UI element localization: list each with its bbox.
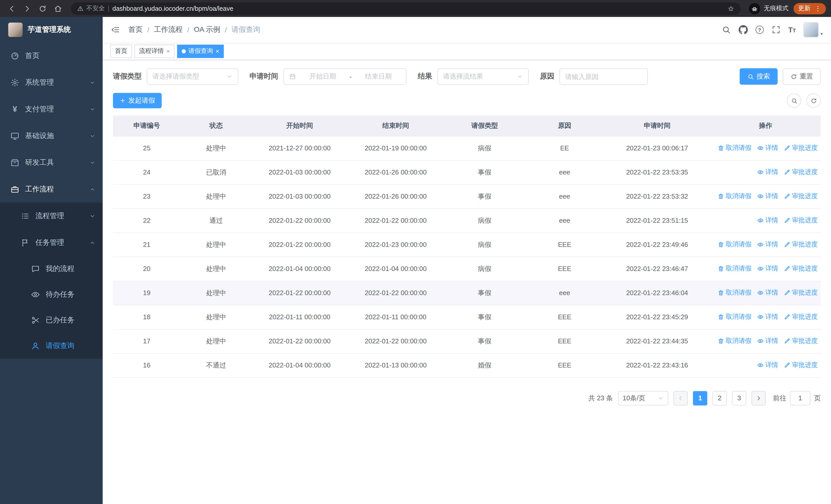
cancel-leave-link[interactable]: 取消请假 bbox=[718, 240, 751, 249]
refresh-table-button[interactable] bbox=[806, 93, 821, 108]
cancel-leave-link[interactable]: 取消请假 bbox=[718, 312, 751, 321]
cell-start-time: 2022-01-22 00:00:00 bbox=[252, 329, 347, 353]
sidebar-item-done-tasks[interactable]: 已办任务 bbox=[0, 307, 103, 333]
cancel-leave-link[interactable]: 取消请假 bbox=[718, 192, 751, 200]
browser-chrome: 不安全 dashboard.yudao.iocoder.cn/bpm/oa/le… bbox=[0, 0, 831, 17]
sidebar-item-process-mgmt[interactable]: 流程管理 bbox=[0, 203, 103, 230]
cancel-leave-link[interactable]: 取消请假 bbox=[718, 264, 751, 273]
back-button[interactable] bbox=[5, 2, 19, 15]
create-leave-button[interactable]: 发起请假 bbox=[113, 93, 162, 108]
caret-down-icon: ▾ bbox=[821, 31, 823, 37]
app-logo[interactable]: 芋道管理系统 bbox=[0, 17, 103, 42]
approval-progress-link[interactable]: 审批进度 bbox=[784, 360, 818, 369]
bookmark-star-icon[interactable] bbox=[727, 5, 735, 12]
next-page-button[interactable] bbox=[751, 391, 766, 405]
sidebar-item-system[interactable]: 系统管理 bbox=[0, 69, 103, 96]
cell-leave-type: 病假 bbox=[444, 136, 525, 160]
approval-progress-link[interactable]: 审批进度 bbox=[784, 264, 818, 273]
browser-menu-icon[interactable]: ⋮ bbox=[814, 5, 821, 12]
sidebar-item-infrastructure[interactable]: 基础设施 bbox=[0, 123, 103, 149]
sidebar-item-label: 首页 bbox=[25, 51, 39, 61]
approval-progress-link[interactable]: 审批进度 bbox=[784, 144, 818, 152]
detail-link[interactable]: 详情 bbox=[757, 168, 778, 176]
refresh-icon bbox=[791, 73, 797, 80]
approval-progress-link[interactable]: 审批进度 bbox=[784, 240, 818, 249]
help-icon[interactable]: ? bbox=[755, 26, 764, 34]
home-button[interactable] bbox=[51, 2, 65, 15]
detail-link[interactable]: 详情 bbox=[757, 336, 778, 345]
sidebar-item-label: 系统管理 bbox=[25, 78, 54, 87]
approval-progress-link[interactable]: 审批进度 bbox=[784, 168, 818, 176]
col-status: 状态 bbox=[180, 116, 252, 136]
url-text: dashboard.yudao.iocoder.cn/bpm/oa/leave bbox=[112, 5, 724, 12]
sidebar-collapse-button[interactable] bbox=[111, 25, 120, 34]
cancel-leave-link[interactable]: 取消请假 bbox=[718, 144, 751, 152]
breadcrumb-item[interactable]: 首页 bbox=[128, 25, 143, 34]
cell-start-time: 2022-01-03 00:00:00 bbox=[252, 184, 347, 208]
page-button-2[interactable]: 2 bbox=[712, 391, 727, 405]
table-row: 17 处理中 2022-01-22 00:00:00 2022-01-22 00… bbox=[113, 329, 821, 353]
detail-link[interactable]: 详情 bbox=[757, 240, 778, 249]
cell-end-time: 2022-01-22 00:00:00 bbox=[348, 329, 444, 353]
update-button[interactable]: 更新 ⋮ bbox=[794, 3, 826, 14]
search-button[interactable]: 搜索 bbox=[740, 68, 778, 85]
page-button-1[interactable]: 1 bbox=[693, 391, 707, 405]
result-select[interactable]: 请选择流结果 bbox=[437, 68, 529, 85]
main-area: 首页 / 工作流程 / OA 示例 / 请假查询 ? TT ▾ bbox=[103, 17, 831, 504]
approval-progress-link[interactable]: 审批进度 bbox=[784, 336, 818, 345]
leave-type-select[interactable]: 请选择请假类型 bbox=[147, 68, 238, 85]
approval-progress-link[interactable]: 审批进度 bbox=[784, 192, 818, 200]
prev-page-button[interactable] bbox=[674, 391, 688, 405]
reason-input[interactable] bbox=[560, 69, 647, 84]
sidebar-item-home[interactable]: 首页 bbox=[0, 42, 103, 69]
breadcrumb-item[interactable]: OA 示例 bbox=[194, 25, 221, 34]
detail-link[interactable]: 详情 bbox=[757, 192, 778, 200]
sidebar-item-leave-query[interactable]: 请假查询 bbox=[0, 333, 103, 359]
search-icon[interactable] bbox=[722, 25, 731, 34]
user-menu[interactable]: ▾ bbox=[804, 22, 823, 37]
tab-leave-query[interactable]: 请假查询 × bbox=[177, 45, 224, 58]
sidebar-item-payment[interactable]: ¥ 支付管理 bbox=[0, 96, 103, 123]
breadcrumb-item[interactable]: 工作流程 bbox=[154, 25, 183, 34]
tab-home[interactable]: 首页 bbox=[110, 45, 132, 58]
cell-status: 处理中 bbox=[180, 257, 252, 281]
detail-link[interactable]: 详情 bbox=[757, 216, 778, 225]
goto-page-input[interactable] bbox=[790, 391, 810, 405]
detail-link[interactable]: 详情 bbox=[757, 288, 778, 297]
close-icon[interactable]: × bbox=[166, 48, 170, 54]
github-icon[interactable] bbox=[739, 25, 748, 34]
cell-reason: eee bbox=[525, 184, 604, 208]
sidebar-item-devtools[interactable]: 研发工具 bbox=[0, 149, 103, 176]
reset-button[interactable]: 重置 bbox=[783, 68, 821, 85]
sidebar-item-workflow[interactable]: 工作流程 bbox=[0, 176, 103, 203]
cell-actions: 取消请假详情审批进度 bbox=[710, 233, 821, 257]
app-root: 芋道管理系统 首页 系统管理 ¥ 支付管理 基础设施 bbox=[0, 17, 831, 504]
cancel-leave-link[interactable]: 取消请假 bbox=[718, 288, 751, 297]
apply-time-range-picker[interactable]: 开始日期 - 结束日期 bbox=[283, 68, 406, 85]
approval-progress-link[interactable]: 审批进度 bbox=[784, 312, 818, 321]
fullscreen-icon[interactable] bbox=[771, 25, 781, 34]
forward-button[interactable] bbox=[21, 2, 34, 15]
tab-process-detail[interactable]: 流程详情 × bbox=[135, 45, 174, 58]
cell-actions: 详情审批进度 bbox=[710, 208, 821, 233]
security-chip[interactable]: 不安全 bbox=[77, 4, 105, 13]
detail-link[interactable]: 详情 bbox=[757, 144, 778, 152]
cell-reason: EEE bbox=[525, 329, 604, 353]
cancel-leave-link[interactable]: 取消请假 bbox=[718, 336, 751, 345]
avatar[interactable] bbox=[804, 22, 819, 37]
reload-button[interactable] bbox=[36, 2, 49, 15]
url-bar[interactable]: 不安全 dashboard.yudao.iocoder.cn/bpm/oa/le… bbox=[71, 2, 741, 14]
toggle-search-button[interactable] bbox=[787, 93, 801, 108]
sidebar-item-todo-tasks[interactable]: 待办任务 bbox=[0, 282, 103, 307]
font-size-icon[interactable]: TT bbox=[789, 26, 796, 33]
close-icon[interactable]: × bbox=[216, 48, 219, 54]
approval-progress-link[interactable]: 审批进度 bbox=[784, 216, 818, 225]
page-size-select[interactable]: 10条/页 bbox=[618, 391, 668, 405]
sidebar-item-my-process[interactable]: 我的流程 bbox=[0, 256, 103, 282]
approval-progress-link[interactable]: 审批进度 bbox=[784, 288, 818, 297]
detail-link[interactable]: 详情 bbox=[757, 264, 778, 273]
detail-link[interactable]: 详情 bbox=[757, 312, 778, 321]
page-button-3[interactable]: 3 bbox=[732, 391, 746, 405]
detail-link[interactable]: 详情 bbox=[757, 360, 778, 369]
sidebar-item-task-mgmt[interactable]: 任务管理 bbox=[0, 230, 103, 256]
